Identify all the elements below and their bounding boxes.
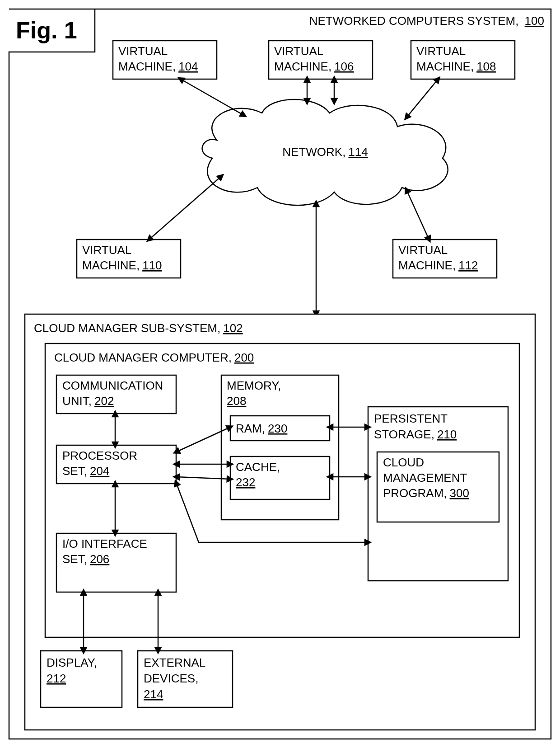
svg-text:CLOUD MANAGER SUB-SYSTEM,102: CLOUD MANAGER SUB-SYSTEM,102 [34, 321, 243, 335]
svg-text:UNIT,202: UNIT,202 [62, 394, 114, 408]
arrow-vm110-net [149, 176, 221, 240]
svg-text:COMMUNICATION: COMMUNICATION [62, 379, 163, 392]
svg-text:SET,204: SET,204 [62, 464, 109, 478]
svg-text:VIRTUAL: VIRTUAL [118, 44, 168, 58]
figure-label: Fig. 1 [16, 17, 77, 43]
vm-106: VIRTUAL MACHINE,106 [269, 41, 373, 79]
arrow-vm112-net [406, 190, 429, 240]
svg-text:214: 214 [144, 687, 163, 701]
svg-text:SET,206: SET,206 [62, 552, 109, 566]
svg-text:MACHINE,112: MACHINE,112 [398, 259, 478, 272]
arrow-vm108-net [406, 79, 438, 118]
vm-110: VIRTUAL MACHINE,110 [77, 240, 181, 278]
vm-112: VIRTUAL MACHINE,112 [393, 240, 497, 278]
svg-text:EXTERNAL: EXTERNAL [144, 656, 205, 669]
svg-text:MACHINE,110: MACHINE,110 [82, 259, 162, 272]
svg-text:I/O INTERFACE: I/O INTERFACE [62, 537, 147, 550]
svg-text:VIRTUAL: VIRTUAL [82, 243, 131, 257]
vm-104: VIRTUAL MACHINE,104 [113, 41, 217, 79]
svg-text:212: 212 [47, 672, 66, 685]
svg-text:VIRTUAL: VIRTUAL [416, 44, 466, 58]
svg-text:RAM,230: RAM,230 [236, 422, 287, 435]
svg-text:MEMORY,: MEMORY, [227, 379, 281, 392]
svg-text:MACHINE,104: MACHINE,104 [118, 60, 198, 73]
svg-text:CLOUD: CLOUD [383, 456, 424, 469]
svg-text:208: 208 [227, 394, 246, 408]
svg-text:PROCESSOR: PROCESSOR [62, 449, 137, 462]
system-title: NETWORKED COMPUTERS SYSTEM, 100 [309, 14, 544, 28]
svg-text:PROGRAM,300: PROGRAM,300 [383, 486, 469, 500]
svg-text:MACHINE,106: MACHINE,106 [274, 60, 354, 73]
svg-text:DEVICES,: DEVICES, [144, 672, 198, 685]
svg-text:DISPLAY,: DISPLAY, [47, 656, 97, 669]
svg-text:MANAGEMENT: MANAGEMENT [383, 471, 467, 485]
svg-text:CACHE,: CACHE, [236, 460, 280, 474]
svg-text:STORAGE,210: STORAGE,210 [374, 428, 457, 441]
vm-108: VIRTUAL MACHINE,108 [411, 41, 515, 79]
svg-text:VIRTUAL: VIRTUAL [398, 243, 448, 257]
diagram-canvas: Fig. 1 NETWORKED COMPUTERS SYSTEM, 100 V… [0, 0, 560, 748]
svg-text:232: 232 [236, 475, 255, 489]
svg-text:PERSISTENT: PERSISTENT [374, 412, 448, 425]
svg-text:VIRTUAL: VIRTUAL [274, 44, 323, 58]
svg-text:MACHINE,108: MACHINE,108 [416, 60, 496, 73]
cloud-manager-subsystem: CLOUD MANAGER SUB-SYSTEM,102 CLOUD MANAG… [25, 314, 535, 730]
network-label: NETWORK,114 [282, 145, 368, 159]
arrow-vm104-net [181, 79, 244, 115]
network-cloud: NETWORK,114 [202, 99, 448, 205]
svg-text:CLOUD MANAGER COMPUTER,200: CLOUD MANAGER COMPUTER,200 [54, 351, 254, 364]
